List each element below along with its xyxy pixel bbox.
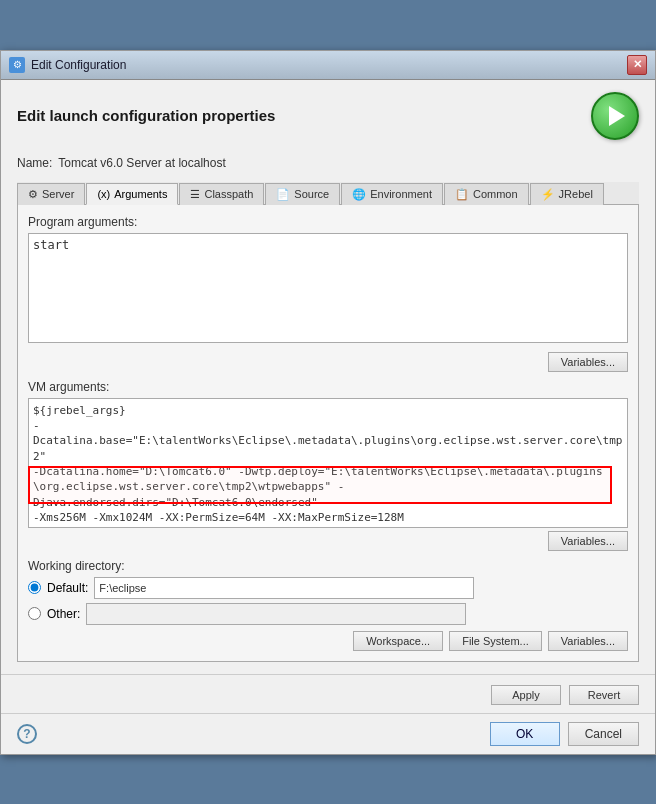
name-row: Name: Tomcat v6.0 Server at localhost [17,152,639,174]
program-args-variables-button[interactable]: Variables... [548,352,628,372]
tab-arguments-label: Arguments [114,188,167,200]
jrebel-tab-icon: ⚡ [541,188,555,201]
working-dir-section: Working directory: Default: Other: Works… [28,559,628,651]
window-title: Edit Configuration [31,58,126,72]
workspace-button[interactable]: Workspace... [353,631,443,651]
tab-server-label: Server [42,188,74,200]
vm-args-btn-row: Variables... [28,531,628,551]
dialog-body: Edit launch configuration properties Nam… [1,80,655,674]
tabs-bar: ⚙ Server (x) Arguments ☰ Classpath 📄 Sou… [17,182,639,205]
other-dir-input[interactable] [86,603,466,625]
vm-args-variables-button[interactable]: Variables... [548,531,628,551]
revert-button[interactable]: Revert [569,685,639,705]
working-dir-variables-button[interactable]: Variables... [548,631,628,651]
vm-args-wrapper: ${jrebel_args} -Dcatalina.base="E:\talen… [28,398,628,531]
dialog-icon: ⚙ [9,57,25,73]
default-radio[interactable] [28,581,41,594]
program-args-container [28,233,628,346]
dialog-title: Edit launch configuration properties [17,107,275,124]
tab-server[interactable]: ⚙ Server [17,183,85,205]
tab-source[interactable]: 📄 Source [265,183,340,205]
tab-common-label: Common [473,188,518,200]
program-args-input[interactable] [28,233,628,343]
action-btn-row: Apply Revert [1,674,655,713]
arguments-tab-icon: (x) [97,188,110,200]
title-bar: ⚙ Edit Configuration ✕ [1,51,655,80]
footer-btn-group: OK Cancel [490,722,639,746]
play-icon [609,106,625,126]
program-args-label: Program arguments: [28,215,628,229]
filesystem-button[interactable]: File System... [449,631,542,651]
play-button[interactable] [591,92,639,140]
other-radio[interactable] [28,607,41,620]
tab-source-label: Source [294,188,329,200]
tab-classpath[interactable]: ☰ Classpath [179,183,264,205]
classpath-tab-icon: ☰ [190,188,200,201]
other-radio-row: Other: [28,603,628,625]
close-button[interactable]: ✕ [627,55,647,75]
default-dir-input[interactable] [94,577,474,599]
ok-button[interactable]: OK [490,722,560,746]
server-tab-icon: ⚙ [28,188,38,201]
source-tab-icon: 📄 [276,188,290,201]
name-label: Name: [17,156,52,170]
main-panel: Program arguments: Variables... VM argum… [17,205,639,662]
program-args-btn-row: Variables... [28,352,628,372]
tab-environment-label: Environment [370,188,432,200]
tab-jrebel[interactable]: ⚡ JRebel [530,183,604,205]
name-value: Tomcat v6.0 Server at localhost [58,156,225,170]
tab-jrebel-label: JRebel [559,188,593,200]
environment-tab-icon: 🌐 [352,188,366,201]
help-button[interactable]: ? [17,724,37,744]
other-radio-label: Other: [47,607,80,621]
tab-classpath-label: Classpath [204,188,253,200]
common-tab-icon: 📋 [455,188,469,201]
tab-arguments[interactable]: (x) Arguments [86,183,178,205]
working-dir-label: Working directory: [28,559,628,573]
tab-common[interactable]: 📋 Common [444,183,529,205]
vm-args-input[interactable]: ${jrebel_args} -Dcatalina.base="E:\talen… [28,398,628,528]
default-radio-row: Default: [28,577,628,599]
working-dir-btn-row: Workspace... File System... Variables... [28,631,628,651]
title-bar-left: ⚙ Edit Configuration [9,57,126,73]
tab-environment[interactable]: 🌐 Environment [341,183,443,205]
footer-row: ? OK Cancel [1,713,655,754]
edit-configuration-dialog: ⚙ Edit Configuration ✕ Edit launch confi… [0,50,656,755]
default-radio-label: Default: [47,581,88,595]
cancel-button[interactable]: Cancel [568,722,639,746]
dialog-header: Edit launch configuration properties [17,92,639,140]
apply-button[interactable]: Apply [491,685,561,705]
vm-args-label: VM arguments: [28,380,628,394]
